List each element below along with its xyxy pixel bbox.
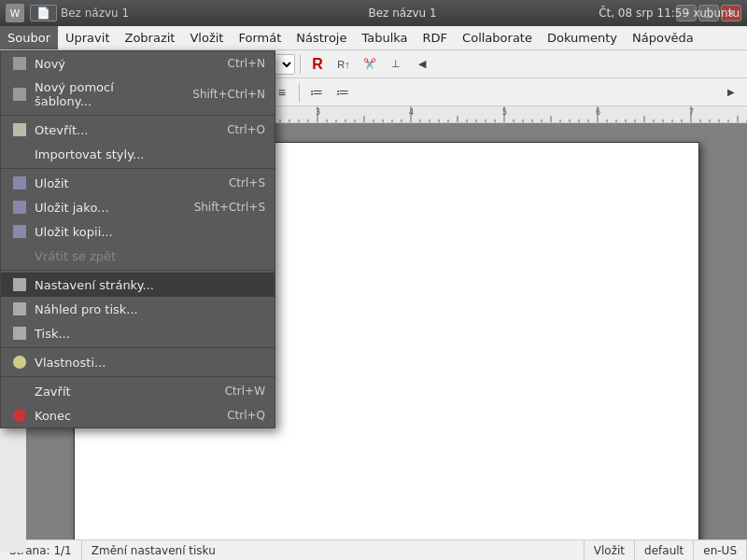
- menu-label-import: Importovat styly...: [35, 147, 265, 161]
- toolbar-special-3[interactable]: ⊥: [384, 53, 408, 76]
- menu-label-revert: Vrátit se zpět: [35, 249, 265, 263]
- menu-item-quit[interactable]: KonecCtrl+Q: [1, 403, 275, 427]
- menubar-item-dokumenty[interactable]: Dokumenty: [540, 26, 625, 49]
- menu-item-new-template[interactable]: Nový pomocí šablony...Shift+Ctrl+N: [1, 76, 275, 113]
- menubar-item-collaborate[interactable]: Collaborate: [455, 26, 540, 49]
- menu-shortcut-save: Ctrl+S: [229, 176, 265, 189]
- toolbar-special-1[interactable]: R↑: [331, 53, 356, 76]
- menu-shortcut-new: Ctrl+N: [228, 57, 265, 70]
- file-menu-dropdown: NovýCtrl+NNový pomocí šablony...Shift+Ct…: [0, 50, 275, 428]
- toolbar2-separator-4: [299, 83, 300, 102]
- menu-icon-save: [10, 175, 29, 190]
- menu-item-page-setup[interactable]: Nastavení stránky...: [1, 273, 275, 297]
- menu-label-open: Otevřít...: [35, 123, 208, 137]
- menu-shortcut-open: Ctrl+O: [227, 123, 265, 136]
- menu-icon-revert: [10, 248, 29, 263]
- menu-separator: [1, 376, 275, 377]
- menu-label-new: Nový: [35, 57, 209, 71]
- menubar-item-vložit[interactable]: Vložit: [182, 26, 231, 49]
- menu-icon-save-copy: [10, 224, 29, 239]
- language-indicator: en-US: [694, 540, 747, 560]
- menu-item-properties[interactable]: Vlastnosti...: [1, 350, 275, 374]
- menu-shortcut-quit: Ctrl+Q: [227, 409, 265, 422]
- menubar-item-zobrazit[interactable]: Zobrazit: [117, 26, 182, 49]
- menu-item-save-copy[interactable]: Uložit kopii...: [1, 219, 275, 244]
- menu-icon-close: [10, 384, 29, 399]
- system-tray: Čt, 08 srp 11:59 xubuntu: [599, 0, 747, 26]
- menu-item-new[interactable]: NovýCtrl+N: [1, 51, 275, 76]
- menubar-item-nápověda[interactable]: Nápověda: [625, 26, 701, 49]
- menu-item-print[interactable]: Tisk...: [1, 321, 275, 345]
- menu-label-new-template: Nový pomocí šablony...: [35, 80, 174, 108]
- svg-text:3: 3: [316, 108, 320, 117]
- menu-item-import[interactable]: Importovat styly...: [1, 142, 275, 166]
- svg-text:5: 5: [502, 108, 507, 117]
- menu-label-save: Uložit: [35, 176, 210, 190]
- menu-icon-quit: [10, 408, 29, 423]
- toolbar-list-unordered[interactable]: ≔: [304, 81, 329, 104]
- menubar-item-nástroje[interactable]: Nástroje: [289, 26, 354, 49]
- menubar-item-upravit[interactable]: Upravit: [58, 26, 117, 49]
- menu-separator: [1, 270, 275, 271]
- menu-icon-properties: [10, 355, 29, 370]
- menu-icon-save-as: [10, 200, 29, 215]
- svg-text:7: 7: [689, 108, 694, 117]
- menu-separator: [1, 115, 275, 116]
- toolbar-r-button[interactable]: R: [305, 53, 330, 76]
- menu-label-print: Tisk...: [35, 327, 265, 341]
- menu-label-print-preview: Náhled pro tisk...: [35, 302, 265, 316]
- menu-item-close[interactable]: ZavřítCtrl+W: [1, 379, 275, 403]
- menu-separator: [1, 347, 275, 348]
- menu-icon-new-template: [10, 87, 29, 102]
- svg-text:4: 4: [409, 108, 414, 117]
- toolbar-separator-3: [300, 55, 301, 74]
- tray-user: xubuntu: [693, 7, 740, 20]
- toolbar-list-ordered[interactable]: ≔: [331, 81, 355, 104]
- menubar-item-formát[interactable]: Formát: [231, 26, 289, 49]
- insert-mode: Vložit: [585, 540, 635, 560]
- menu-icon-page-setup: [10, 277, 29, 292]
- menu-label-properties: Vlastnosti...: [35, 356, 265, 370]
- menu-icon-import: [10, 147, 29, 161]
- menu-icon-print: [10, 326, 29, 341]
- window-title: Bez názvu 1: [129, 7, 676, 20]
- menu-icon-print-preview: [10, 301, 29, 316]
- menu-icon-new: [10, 56, 29, 71]
- menu-item-save-as[interactable]: Uložit jako...Shift+Ctrl+S: [1, 195, 275, 219]
- menu-item-revert: Vrátit se zpět: [1, 244, 275, 268]
- status-text: Změní nastavení tisku: [82, 540, 585, 560]
- toolbar-scroll-left[interactable]: ◀: [410, 53, 434, 76]
- svg-text:6: 6: [596, 108, 600, 117]
- menu-shortcut-new-template: Shift+Ctrl+N: [192, 88, 265, 101]
- menu-label-quit: Konec: [35, 409, 208, 423]
- menu-shortcut-close: Ctrl+W: [225, 385, 265, 398]
- menubar: SouborUpravitZobrazitVložitFormátNástroj…: [0, 26, 747, 50]
- toolbar-scroll-right[interactable]: ▶: [719, 81, 743, 104]
- menu-label-save-as: Uložit jako...: [35, 201, 176, 215]
- menubar-item-soubor[interactable]: Soubor: [0, 26, 58, 49]
- menu-label-page-setup: Nastavení stránky...: [35, 278, 265, 292]
- menu-icon-open: [10, 122, 29, 137]
- app-icon: W: [6, 4, 24, 22]
- menu-item-print-preview[interactable]: Náhled pro tisk...: [1, 297, 275, 321]
- style-indicator: default: [635, 540, 694, 560]
- menu-item-save[interactable]: UložitCtrl+S: [1, 171, 275, 195]
- menu-item-open[interactable]: Otevřít...Ctrl+O: [1, 118, 275, 142]
- taskbar-icon: 📄 Bez názvu 1: [30, 5, 129, 21]
- statusbar: Strana: 1/1 Změní nastavení tisku Vložit…: [0, 539, 747, 560]
- menubar-item-tabulka[interactable]: Tabulka: [354, 26, 415, 49]
- menubar-item-rdf[interactable]: RDF: [416, 26, 456, 49]
- menu-label-close: Zavřít: [35, 385, 206, 399]
- toolbar-special-2[interactable]: ✂️: [358, 53, 382, 76]
- tray-datetime: Čt, 08 srp 11:59: [599, 7, 689, 20]
- menu-separator: [1, 168, 275, 169]
- menu-shortcut-save-as: Shift+Ctrl+S: [194, 201, 265, 214]
- menu-label-save-copy: Uložit kopii...: [35, 225, 265, 239]
